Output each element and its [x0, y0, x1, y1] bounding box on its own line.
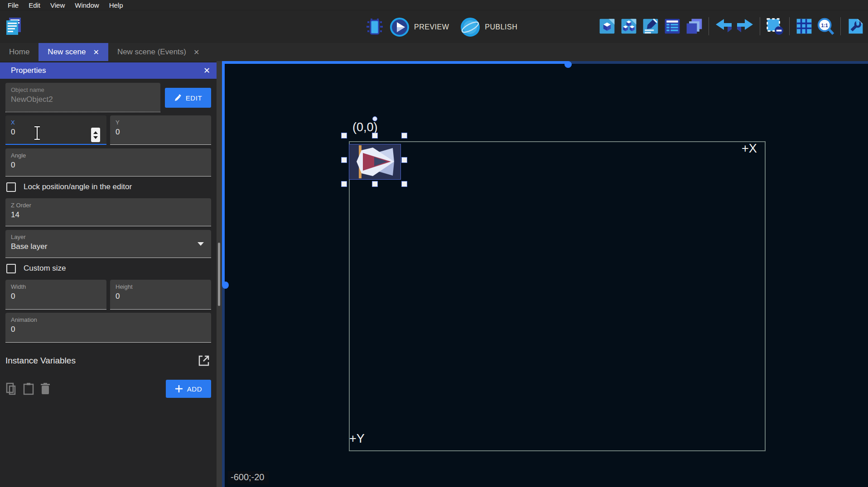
add-variable-button[interactable]: ADD	[166, 380, 211, 398]
undo-icon[interactable]	[714, 16, 733, 37]
pencil-icon	[174, 94, 182, 102]
layers-editor-icon[interactable]	[684, 16, 704, 37]
custom-size-row: Custom size	[6, 263, 211, 274]
chevron-down-icon[interactable]	[198, 242, 204, 246]
width-label: Width	[11, 283, 101, 291]
grid-icon[interactable]	[794, 16, 814, 37]
tab-close-icon[interactable]: ✕	[193, 48, 199, 57]
layer-select[interactable]: Layer Base layer	[5, 230, 211, 258]
z-order-field[interactable]: Z Order 14	[5, 198, 211, 226]
toolbar-separator	[760, 17, 760, 35]
scene-properties-wrench-icon[interactable]	[845, 16, 865, 37]
plus-icon	[175, 385, 183, 393]
layer-label: Layer	[11, 234, 206, 241]
angle-field[interactable]: Angle 0	[5, 148, 211, 177]
stepper-down-icon[interactable]	[93, 136, 98, 139]
width-field[interactable]: Width 0	[5, 280, 106, 310]
height-label: Height	[116, 283, 206, 291]
x-axis-label: +X	[742, 142, 757, 156]
resize-handle-bottom-left[interactable]	[341, 181, 347, 187]
resize-handle-top-left[interactable]	[341, 133, 347, 138]
project-manager-icon[interactable]	[4, 16, 24, 37]
z-order-label: Z Order	[11, 202, 206, 209]
resize-handle-bottom-right[interactable]	[401, 181, 407, 187]
debug-icon[interactable]	[365, 17, 385, 38]
toolbar-separator	[840, 17, 841, 35]
copy-icon[interactable]	[5, 382, 17, 395]
x-stepper[interactable]	[91, 128, 100, 142]
menu-help[interactable]: Help	[104, 1, 128, 9]
edit-object-button[interactable]: EDIT	[165, 88, 211, 108]
menu-view[interactable]: View	[45, 1, 70, 9]
deselect-instances-icon[interactable]	[765, 16, 785, 37]
preview-label: PREVIEW	[414, 23, 449, 31]
menu-bar: File Edit View Window Help	[0, 0, 868, 10]
scene-canvas[interactable]: (0,0) +X +Y	[222, 61, 868, 487]
play-icon	[389, 17, 410, 38]
panel-scrollbar-thumb[interactable]	[218, 243, 220, 306]
zoom-1-1-icon[interactable]: 1:1	[816, 16, 836, 37]
canvas-horizontal-scrollbar[interactable]	[222, 61, 868, 64]
preview-button[interactable]: PREVIEW	[389, 17, 455, 38]
animation-value[interactable]: 0	[11, 324, 206, 335]
properties-panel-icon[interactable]	[641, 16, 661, 37]
y-axis-label: +Y	[349, 432, 365, 446]
tab-new-scene-events[interactable]: New scene (Events) ✕	[108, 43, 209, 61]
properties-panel: Properties ✕ Object name NewObject2 EDIT	[0, 61, 217, 487]
object-name-field: Object name NewObject2	[5, 83, 160, 112]
main-toolbar: PREVIEW PUBLISH	[0, 10, 868, 43]
tab-new-scene[interactable]: New scene ✕	[39, 43, 108, 61]
spaceship-sprite	[349, 144, 400, 179]
z-order-value[interactable]: 14	[11, 209, 206, 221]
resize-handle-bottom-center[interactable]	[372, 181, 378, 187]
resize-handle-middle-left[interactable]	[341, 157, 347, 163]
lock-position-label: Lock position/angle in the editor	[24, 182, 132, 191]
h-scrollbar-thumb[interactable]	[564, 61, 572, 68]
lock-position-checkbox[interactable]	[6, 182, 16, 192]
instance-variables-title: Instance Variables	[5, 356, 76, 366]
x-position-field[interactable]: X 0	[5, 115, 106, 145]
resize-handle-middle-right[interactable]	[401, 157, 407, 163]
animation-field[interactable]: Animation 0	[5, 313, 211, 343]
toolbar-separator	[709, 17, 709, 35]
tab-close-icon[interactable]: ✕	[93, 48, 99, 57]
width-value[interactable]: 0	[11, 291, 101, 302]
angle-value[interactable]: 0	[11, 159, 206, 171]
animation-label: Animation	[11, 316, 206, 324]
redo-icon[interactable]	[735, 16, 755, 37]
y-position-field[interactable]: Y 0	[110, 115, 211, 145]
y-label: Y	[116, 119, 206, 126]
height-field[interactable]: Height 0	[110, 280, 211, 310]
resize-handle-top-right[interactable]	[401, 133, 407, 138]
open-in-new-icon[interactable]	[198, 354, 210, 367]
publish-button[interactable]: PUBLISH	[460, 17, 524, 38]
object-name-value: NewObject2	[11, 94, 155, 105]
rotate-handle[interactable]	[372, 116, 377, 121]
v-scrollbar-thumb[interactable]	[222, 282, 229, 289]
game-window-frame	[349, 141, 766, 451]
selected-sprite-instance[interactable]	[349, 144, 401, 180]
objects-editor-icon[interactable]	[597, 16, 617, 37]
resize-handle-top-center[interactable]	[372, 133, 378, 138]
gdevelop-window: File Edit View Window Help	[0, 0, 868, 487]
properties-close-icon[interactable]: ✕	[203, 66, 210, 76]
menu-window[interactable]: Window	[70, 1, 104, 9]
trash-icon[interactable]	[40, 382, 51, 395]
height-value[interactable]: 0	[116, 291, 206, 302]
properties-title: Properties	[11, 66, 46, 75]
stepper-up-icon[interactable]	[93, 131, 98, 134]
mouse-position-readout: -600;-20	[228, 471, 269, 484]
menu-edit[interactable]: Edit	[24, 1, 45, 9]
y-value[interactable]: 0	[116, 126, 206, 138]
menu-file[interactable]: File	[3, 1, 24, 9]
instances-list-icon[interactable]	[662, 16, 682, 37]
paste-icon[interactable]	[23, 382, 34, 395]
publish-label: PUBLISH	[485, 23, 517, 31]
x-value[interactable]: 0	[11, 126, 101, 138]
object-groups-icon[interactable]	[619, 16, 639, 37]
panel-splitter[interactable]	[217, 61, 222, 487]
canvas-vertical-scrollbar[interactable]	[222, 61, 225, 487]
custom-size-label: Custom size	[24, 264, 66, 273]
tab-home[interactable]: Home	[0, 43, 39, 61]
custom-size-checkbox[interactable]	[6, 264, 16, 273]
